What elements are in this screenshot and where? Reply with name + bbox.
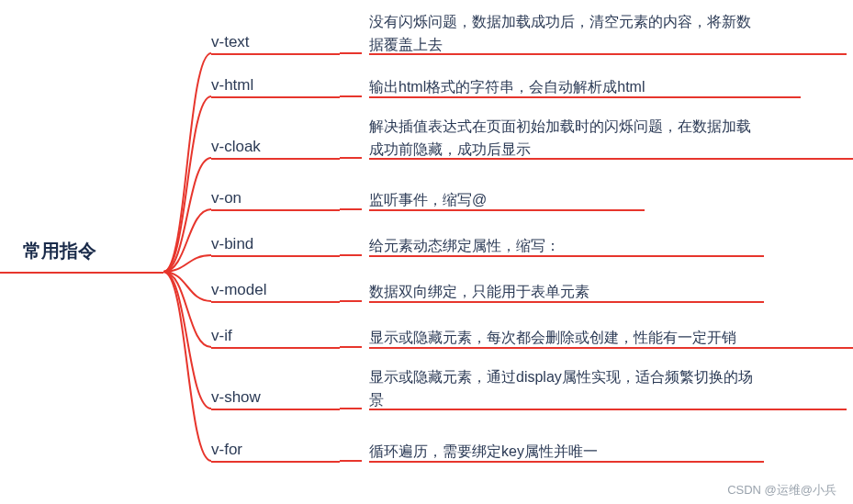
- directive-underline: [211, 255, 340, 257]
- description-underline: [369, 96, 801, 98]
- mini-branch: [340, 130, 362, 185]
- mini-branch: [340, 69, 362, 124]
- description-underline: [369, 347, 853, 349]
- directive-underline: [211, 96, 340, 98]
- description-underline: [369, 255, 764, 257]
- mini-branch: [340, 319, 362, 375]
- directive-label: v-cloak: [211, 138, 340, 156]
- mini-branch: [340, 228, 362, 283]
- mini-branch: [340, 182, 362, 237]
- description-underline: [369, 158, 853, 160]
- mini-branch: [340, 433, 362, 488]
- root-underline: [0, 272, 163, 274]
- watermark: CSDN @运维@小兵: [727, 482, 836, 498]
- directive-label: v-text: [211, 33, 340, 51]
- mini-branch: [340, 26, 362, 81]
- root-branches: [163, 0, 211, 504]
- root-node: 常用指令: [23, 239, 96, 263]
- description-underline: [369, 409, 847, 410]
- directive-underline: [211, 461, 340, 463]
- directive-underline: [211, 347, 340, 349]
- description-underline: [369, 53, 847, 55]
- directive-label: v-model: [211, 281, 340, 299]
- description-text: 解决插值表达式在页面初始加载时的闪烁问题，在数据加载成功前隐藏，成功后显示: [369, 116, 764, 162]
- directive-underline: [211, 53, 340, 55]
- directive-underline: [211, 301, 340, 303]
- directive-underline: [211, 409, 340, 410]
- mini-branch: [340, 381, 362, 436]
- description-text: 没有闪烁问题，数据加载成功后，清空元素的内容，将新数据覆盖上去: [369, 11, 764, 57]
- directive-label: v-on: [211, 189, 340, 207]
- mini-branch: [340, 274, 362, 329]
- directive-label: v-bind: [211, 235, 340, 253]
- description-underline: [369, 461, 764, 463]
- directive-label: v-show: [211, 388, 340, 407]
- description-text: 显示或隐藏元素，通过display属性实现，适合频繁切换的场景: [369, 366, 764, 412]
- directive-label: v-html: [211, 76, 340, 95]
- directive-label: v-for: [211, 441, 340, 459]
- directive-underline: [211, 209, 340, 211]
- directive-label: v-if: [211, 327, 340, 345]
- description-underline: [369, 301, 764, 303]
- directive-underline: [211, 158, 340, 160]
- description-underline: [369, 209, 645, 211]
